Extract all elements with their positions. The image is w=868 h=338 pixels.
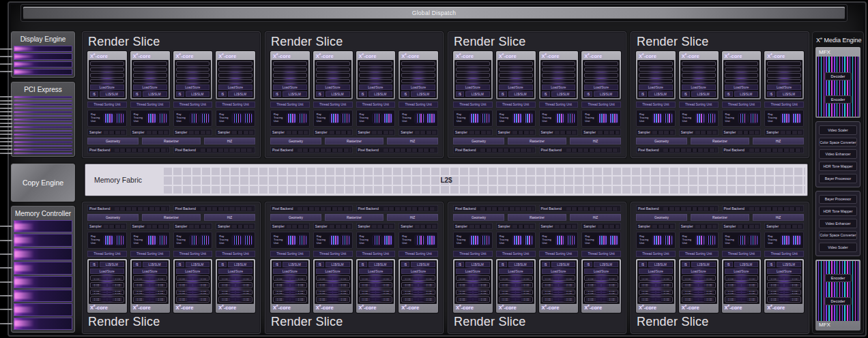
xve-row: XVE XVE <box>92 279 123 279</box>
xmx-cell <box>785 293 789 294</box>
xmx-cell <box>328 293 332 294</box>
xe-core: Xe-core XVE XVE XVE <box>216 51 255 99</box>
xve-row: XVE XVE <box>726 286 757 286</box>
xe-core-label-suffix: -core <box>278 52 291 59</box>
xve-unit: XVE <box>177 277 187 278</box>
geometry-row: Geometry Rasterizer HiZ <box>270 214 438 221</box>
xve-unit: XVE <box>458 286 467 286</box>
xve-row: XVE XVE <box>458 300 489 301</box>
xmx-cell <box>785 279 789 279</box>
xve-unit: XVE <box>360 300 370 301</box>
render-slice-title: Render Slice <box>270 315 438 329</box>
ray-tracing-activity <box>416 114 435 123</box>
ray-tracing-unit-label: Ray Tracing Unit <box>585 235 596 245</box>
sampler-row: Sampler Sampler Sampler Sampler <box>87 223 255 230</box>
pixel-backend-row: Pixel Backend Pixel Backend <box>87 147 255 153</box>
xve-unit: XVE <box>220 293 230 294</box>
pixel-backend-cells <box>566 149 620 152</box>
instruction-cache: I$ <box>273 262 281 267</box>
xve-group: XVE XVE XVE XVE <box>542 290 576 295</box>
xve-group: XVE XVE XVE XVE <box>90 275 124 281</box>
xmx-cell <box>474 277 478 278</box>
thread-sorting-row: Thread Sorting UnitThread Sorting UnitTh… <box>636 251 804 257</box>
xve-unit: XVE <box>199 284 208 285</box>
load-store-unit: Load/Store <box>133 84 167 90</box>
xmx-cell <box>468 298 472 299</box>
xve-unit: XVE <box>381 277 391 278</box>
xe-core: Xe-core XVE XVE XVE <box>679 259 719 313</box>
xve-unit: XVE <box>220 279 230 279</box>
xve-unit: XVE <box>317 279 327 279</box>
xve-unit: XVE <box>747 284 757 285</box>
cache-row: I$ L1$/SLM <box>725 262 759 267</box>
xve-row: XVE XVE <box>275 279 306 279</box>
xve-group: XVE XVE XVE XVE <box>499 282 533 288</box>
xve-row: XVE XVE <box>500 291 531 292</box>
thread-sorting-unit: Thread Sorting Unit <box>313 102 353 108</box>
media-title-suffix: Media Engine <box>822 37 862 44</box>
ray-tracing-unit-label: Ray Tracing Unit <box>317 113 328 123</box>
activity-stripes <box>384 236 392 245</box>
xe-core: Xe-core XVE XVE XVE <box>679 51 719 99</box>
thread-sorting-unit: Thread Sorting Unit <box>313 251 353 257</box>
xve-unit: XVE <box>403 284 413 285</box>
xve-group: XVE XVE XVE XVE <box>90 296 124 302</box>
xmx-cell <box>376 291 380 292</box>
io-lane <box>14 108 72 110</box>
xe-core: Xe-core XVE XVE XVE <box>636 51 676 99</box>
ray-tracing-unit: Ray Tracing Unit <box>356 110 396 127</box>
xve-unit: XVE <box>275 284 285 285</box>
cache-row: I$ L1$/SLM <box>682 91 716 97</box>
xve-row: XVE XVE <box>726 277 757 278</box>
xve-unit: XVE <box>661 277 671 278</box>
pixel-backend-row: Pixel Backend Pixel Backend <box>87 205 255 212</box>
xmx-cell <box>193 300 197 301</box>
xve-row: XVE XVE <box>134 284 165 285</box>
xe-core-body: XVE XVE XVE XVE <box>454 60 491 98</box>
xve-unit: XVE <box>134 293 144 294</box>
xmx-cell <box>553 277 558 278</box>
pixel-backend-label: Pixel Backend <box>638 149 661 152</box>
xve-unit: XVE <box>500 300 510 301</box>
xmx-cell <box>736 286 740 286</box>
xve-unit: XVE <box>403 286 413 286</box>
sampler-label: Sampler <box>401 131 413 134</box>
load-store-unit: Load/Store <box>218 84 252 90</box>
io-lane <box>14 46 72 52</box>
xve-group: XVE XVE XVE XVE <box>456 61 490 65</box>
xve-row: XVE XVE <box>403 291 434 292</box>
xve-row: XVE XVE <box>317 298 348 299</box>
xve-row: XVE XVE <box>683 300 714 301</box>
ray-tracing-activity <box>598 114 618 123</box>
pixel-backend-label: Pixel Backend <box>358 207 381 211</box>
xe-core-body: XVE XVE XVE XVE <box>540 60 577 98</box>
xve-row: XVE XVE <box>458 279 489 279</box>
xve-row: XVE XVE <box>92 284 123 285</box>
sampler-cells <box>330 131 351 134</box>
xmx-cell <box>108 286 112 286</box>
pixel-backend-unit: Pixel Backend <box>87 147 170 153</box>
xve-unit: XVE <box>607 279 617 279</box>
xve-group-stack: XVE XVE XVE XVE <box>767 61 801 83</box>
activity-stripes <box>566 114 575 123</box>
xve-row: XVE XVE <box>134 300 165 301</box>
xve-group: XVE XVE XVE XVE <box>218 79 252 83</box>
xmx-cell <box>516 298 520 299</box>
pixel-backend-label: Pixel Backend <box>272 207 295 211</box>
load-store-unit: Load/Store <box>682 268 716 274</box>
xve-group: XVE XVE XVE XVE <box>767 275 801 281</box>
xmx-cell <box>414 298 418 299</box>
xve-unit: XVE <box>92 277 102 278</box>
xve-group: XVE XVE XVE XVE <box>316 61 350 65</box>
xmx-cell <box>468 291 472 292</box>
xve-unit: XVE <box>458 279 467 279</box>
ray-tracing-unit-label: Ray Tracing Unit <box>177 235 188 245</box>
xve-row: XVE XVE <box>769 284 800 285</box>
sampler-label: Sampler <box>498 131 510 134</box>
xve-row: XVE XVE <box>543 300 574 301</box>
activity-stripes <box>298 236 306 245</box>
xmx-cell <box>651 284 655 285</box>
xmx-cell <box>414 293 418 294</box>
xve-unit: XVE <box>769 284 779 285</box>
xve-row: XVE XVE <box>726 279 757 279</box>
